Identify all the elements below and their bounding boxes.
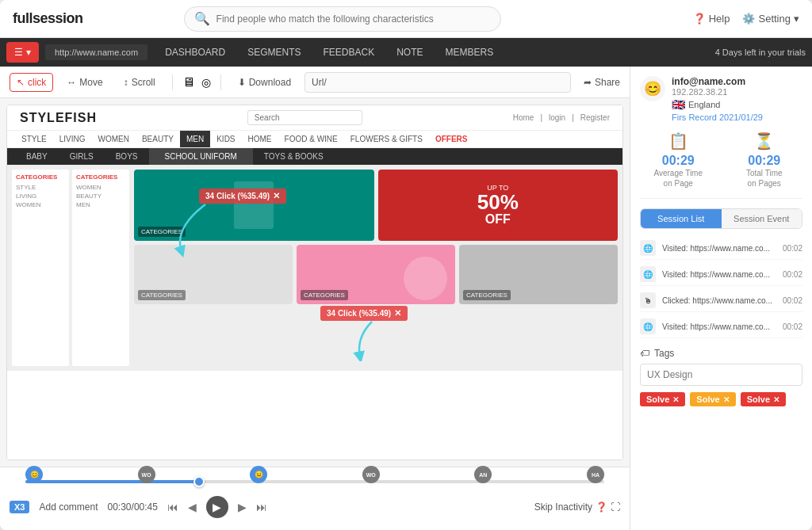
site-nav-home[interactable]: HOME [242, 131, 278, 147]
site-sub-boys[interactable]: BOYS [105, 148, 149, 165]
site-nav-kids[interactable]: KIDS [210, 131, 241, 147]
site-nav-beauty[interactable]: BEAUTY [136, 131, 180, 147]
site-nav-living[interactable]: LIVING [53, 131, 92, 147]
tag-close-icon-2[interactable]: ✕ [773, 395, 779, 404]
click-bubble-2[interactable]: 34 Click (%35.49) ✕ [320, 306, 408, 321]
visited-icon-1: 🌐 [640, 266, 656, 282]
nav-items: DASHBOARD SEGMENTS FEEDBACK NOTE MEMBERS [154, 38, 504, 67]
promo-small-2: CATEGORIES [297, 245, 455, 304]
session-list: 🌐 Visited: https://www.name.co... 00:02 … [640, 237, 802, 338]
first-record: Firs Record 2021/01/29 [672, 112, 763, 122]
tag-icon: 🏷 [640, 348, 649, 359]
site-sub-toys[interactable]: TOYS & BOOKS [253, 148, 335, 165]
site-search-input[interactable] [247, 110, 362, 125]
website-screenshot: STYLEFISH Home | login | Register [7, 105, 622, 459]
nav-item-feedback[interactable]: FEEDBACK [312, 38, 386, 67]
player-area: ↖ click ↔ Move ↕ Scroll 🖥 ◎ [0, 67, 630, 530]
total-time-label: Total Time on Pages [726, 168, 803, 189]
download-button[interactable]: ⬇ Download [231, 73, 298, 92]
toolbar-separator2 [220, 74, 221, 90]
nav-item-members[interactable]: MEMBERS [435, 38, 505, 67]
tag-close-icon-0[interactable]: ✕ [672, 395, 679, 404]
session-tabs: Session List Session Event [640, 208, 802, 229]
skip-forward-icon[interactable]: ⏭ [256, 501, 267, 513]
avg-time-value: 00:29 [640, 154, 717, 168]
session-item-2: 🖱 Clicked: https://www.name.co... 00:02 [640, 289, 802, 312]
total-time-value: 00:29 [726, 154, 803, 168]
tags-label: 🏷 Tags [640, 348, 802, 359]
url-display: http://www.name.com [45, 44, 147, 60]
right-sidebar: 😊 info@name.com 192.282.38.21 🇬🇧 England… [630, 67, 812, 530]
promo-top: CATEGORIES UP TO 50% OFF [134, 170, 618, 241]
global-search-bar[interactable]: 🔍 [184, 6, 501, 32]
secondary-navbar: ☰ ▾ http://www.name.com DASHBOARD SEGMEN… [0, 38, 812, 67]
device-icons: 🖥 ◎ [182, 75, 211, 90]
nav-item-segments[interactable]: SEGMENTS [236, 38, 312, 67]
filter-button[interactable]: ☰ ▾ [6, 42, 39, 63]
user-details: info@name.com 192.282.38.21 🇬🇧 England F… [672, 76, 763, 122]
session-item-text-1: Visited: https://www.name.co... [662, 270, 776, 279]
tags-input[interactable] [640, 364, 802, 386]
next-frame-icon[interactable]: ▶ [238, 501, 247, 513]
url-input[interactable] [304, 72, 571, 93]
tag-badge-0[interactable]: Solve ✕ [640, 392, 685, 406]
site-nav-flowers[interactable]: FLOWERS & GIFTS [344, 131, 429, 147]
tag-badge-2[interactable]: Solve ✕ [741, 392, 786, 406]
add-comment-button[interactable]: Add comment [39, 501, 98, 513]
hourglass-icon: ⏳ [726, 132, 803, 151]
app-logo: fullsession [13, 10, 83, 27]
session-item-0: 🌐 Visited: https://www.name.co... 00:02 [640, 237, 802, 260]
tag-badge-1[interactable]: Solve ✕ [690, 392, 735, 406]
scroll-tool-button[interactable]: ↕ Scroll [117, 73, 163, 92]
visited-icon-0: 🌐 [640, 240, 656, 256]
search-input[interactable] [216, 13, 491, 25]
close-icon-2[interactable]: ✕ [394, 308, 401, 318]
site-nav-men[interactable]: MEN [180, 131, 210, 147]
site-sub-baby[interactable]: BABY [15, 148, 59, 165]
stats-row: 📋 00:29 Average Time on Page ⏳ 00:29 Tot… [640, 132, 802, 199]
site-nav-style[interactable]: STYLE [15, 131, 53, 147]
nav-item-note[interactable]: NOTE [385, 38, 434, 67]
site-sub-girls[interactable]: GIRLS [59, 148, 105, 165]
visited-icon-3: 🌐 [640, 318, 656, 334]
help-button[interactable]: ❓ Help [693, 13, 730, 25]
skip-back-icon[interactable]: ⏮ [167, 501, 178, 513]
settings-button[interactable]: ⚙️ Setting ▾ [742, 13, 799, 25]
total-time-stat: ⏳ 00:29 Total Time on Pages [726, 132, 803, 189]
session-item-time-2: 00:02 [783, 296, 802, 305]
move-tool-button[interactable]: ↔ Move [59, 73, 109, 92]
nav-item-dashboard[interactable]: DASHBOARD [154, 38, 236, 67]
player-toolbar: ↖ click ↔ Move ↕ Scroll 🖥 ◎ [0, 67, 630, 98]
clicked-icon-2: 🖱 [640, 292, 656, 308]
session-list-tab[interactable]: Session List [641, 209, 722, 228]
click-bubble-1[interactable]: 34 Click (%35.49) ✕ [199, 189, 286, 204]
cursor-icon: ↖ [17, 77, 25, 88]
fullscreen-icon[interactable]: ⛶ [611, 501, 620, 513]
click-tool-button[interactable]: ↖ click [10, 73, 53, 92]
site-nav-food[interactable]: FOOD & WINE [278, 131, 344, 147]
timeline-track[interactable]: 😊 WO 😐 WO AN HA [10, 472, 620, 491]
close-icon[interactable]: ✕ [273, 191, 280, 201]
site-sub-school[interactable]: SCHOOL UNIFORM [149, 148, 253, 165]
content-area: ↖ click ↔ Move ↕ Scroll 🖥 ◎ [0, 67, 812, 530]
promo-teal-card: CATEGORIES [134, 170, 374, 241]
tag-close-icon-1[interactable]: ✕ [723, 395, 730, 404]
site-logo: STYLEFISH [20, 111, 97, 125]
prev-frame-icon[interactable]: ◀ [188, 501, 197, 513]
skip-inactivity-button[interactable]: Skip Inactivity ❓ ⛶ [534, 501, 620, 513]
download-icon: ⬇ [238, 77, 246, 88]
categories-col-2: CATEGORIES WOMEN BEAUTY MEN [72, 170, 129, 366]
site-nav-women[interactable]: WOMEN [91, 131, 135, 147]
timeline-area: 😊 WO 😐 WO AN HA X3 Add comment 00:30/00:… [0, 467, 630, 530]
timeline-marker-1: WO [138, 466, 155, 483]
scroll-icon: ↕ [124, 77, 128, 88]
share-button[interactable]: ➦ Share [584, 77, 620, 88]
session-event-tab[interactable]: Session Event [722, 209, 802, 228]
site-nav-offers[interactable]: OFFERS [429, 131, 474, 147]
promo-small-3: CATEGORIES [459, 245, 618, 304]
top-navbar: fullsession 🔍 ❓ Help ⚙️ Setting ▾ [0, 0, 812, 38]
speed-badge[interactable]: X3 [10, 501, 29, 513]
play-button[interactable]: ▶ [206, 496, 228, 518]
user-ip: 192.282.38.21 [672, 87, 763, 97]
categories-col-1: CATEGORIES STYLE LIVING WOMEN [12, 170, 69, 366]
